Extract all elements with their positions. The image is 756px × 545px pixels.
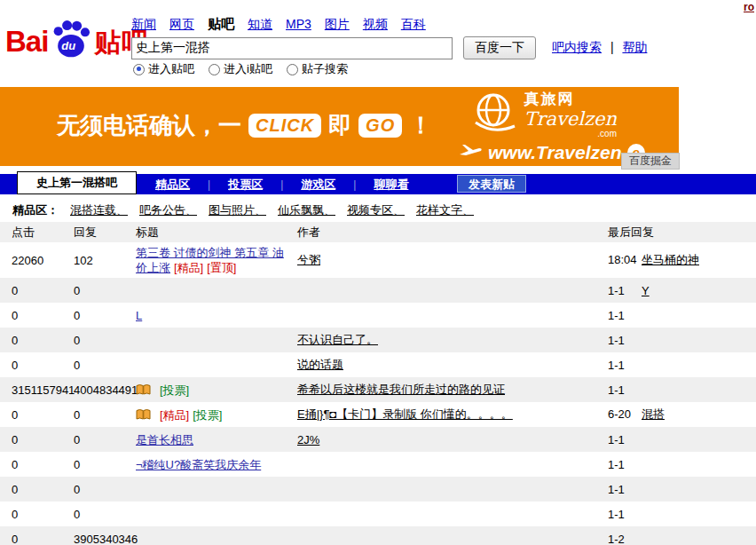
search-row: 百度一下 吧内搜索 | 帮助	[131, 36, 647, 59]
last-reply-time: 1-1	[608, 508, 642, 521]
thread-title-cell	[136, 536, 297, 541]
baidu-tieba-logo[interactable]: Bai du 贴吧	[5, 20, 149, 59]
links-separator: |	[610, 40, 614, 54]
subnav-label: 精品区：	[12, 202, 59, 218]
thread-title-cell	[136, 337, 297, 343]
radio-option[interactable]: 进入贴吧	[133, 61, 194, 77]
tab-separator: |	[353, 178, 356, 191]
clicks-count: 0	[12, 334, 74, 347]
ad-banner[interactable]: 无须电话确认，一 CLICK 即 GO ！ 真旅网 Travelzen .com…	[0, 87, 679, 166]
author-link[interactable]: 说的话题	[297, 358, 343, 371]
thread-tag: [置顶]	[207, 261, 236, 274]
last-reply-time: 18:04	[608, 253, 642, 266]
last-reply-cell: 1-1	[608, 458, 756, 471]
last-reply-time: 1-2	[608, 533, 642, 545]
thread-list: 点击回复标题作者最后回复 22060102第三卷 讨债的剑神 第五章 油价上涨[…	[0, 222, 756, 545]
tab-separator: |	[208, 178, 210, 191]
nav-item[interactable]: 视频	[363, 17, 388, 33]
bar-search-link[interactable]: 吧内搜索	[552, 40, 602, 54]
nav-item[interactable]: MP3	[286, 17, 311, 31]
column-header: 标题	[136, 225, 297, 241]
new-post-button[interactable]: 发表新贴	[457, 175, 526, 193]
thread-tag: [精品]	[160, 408, 189, 422]
subnav-link[interactable]: 花样文字、	[416, 202, 474, 218]
thread-row: 31511579414004834491[投票]希希以后这楼就是我们所走过的路的…	[0, 377, 756, 402]
subnav-link[interactable]: 仙乐飘飘、	[278, 202, 335, 218]
nav-item[interactable]: 百科	[401, 17, 426, 33]
click-pill: CLICK	[248, 114, 321, 138]
author-link[interactable]: 2J%	[297, 433, 319, 446]
nav-item[interactable]: 图片	[325, 17, 350, 33]
radio-button-icon[interactable]	[209, 64, 220, 75]
search-input[interactable]	[131, 37, 453, 59]
tab-link[interactable]: 聊聊看	[374, 177, 408, 193]
subnav-link[interactable]: 混搭连载、	[70, 202, 128, 218]
author-cell: 不认识自己了。	[297, 332, 608, 348]
last-reply-time: 1-1	[608, 458, 642, 471]
banner-url: www.Travelzen e	[460, 142, 645, 163]
top-right-link[interactable]: ro	[744, 1, 754, 13]
radio-label: 贴子搜索	[302, 61, 348, 77]
open-book-icon	[136, 408, 156, 422]
column-header: 点击	[12, 225, 74, 241]
author-link[interactable]: E捅|}¶◘【卡门】录制版 你们懂的。。。。	[297, 407, 513, 421]
baidu-gold-badge[interactable]: 百度掘金	[621, 153, 680, 170]
column-header: 回复	[74, 225, 136, 241]
search-mode-radios: 进入贴吧进入i贴吧贴子搜索	[133, 61, 348, 77]
author-link[interactable]: 希希以后这楼就是我们所走过的路的见证	[297, 383, 505, 396]
last-reply-cell: 1-1	[608, 483, 756, 496]
brand-domain-suffix: .com	[524, 129, 617, 138]
author-link[interactable]: 不认识自己了。	[297, 333, 378, 346]
nav-item[interactable]: 网页	[169, 17, 194, 33]
thread-title-link[interactable]: 是首长相思	[136, 433, 193, 446]
logo-bai-text: Bai	[5, 24, 48, 59]
subnav-link[interactable]: 图与照片、	[209, 202, 266, 218]
replies-count: 0	[74, 433, 136, 446]
last-reply-author-link[interactable]: 混搭	[642, 407, 665, 421]
open-book-icon	[136, 383, 156, 397]
baidu-search-button[interactable]: 百度一下	[463, 36, 536, 59]
last-reply-cell: 1-1	[608, 433, 756, 446]
last-reply-author-link[interactable]: Y	[642, 284, 650, 297]
brand-chinese-name: 真旅网	[524, 89, 617, 109]
replies-count: 0	[74, 483, 136, 496]
last-reply-cell: 1-2	[608, 533, 756, 545]
thread-title-link[interactable]: L	[136, 309, 142, 322]
author-link[interactable]: 兮粥	[297, 253, 320, 266]
banner-url-text: www.Travelzen	[488, 142, 622, 163]
tab-link[interactable]: 投票区	[228, 177, 263, 193]
replies-count: 4004834491	[74, 383, 136, 397]
clicks-count: 0	[12, 408, 74, 422]
last-reply-cell: 1-1	[608, 508, 756, 521]
thread-title-cell: 是首长相思	[136, 430, 297, 450]
tab-link[interactable]: 精品区	[155, 177, 190, 193]
thread-title-cell	[136, 362, 297, 367]
last-reply-cell: 1-1	[608, 309, 756, 322]
go-pill: GO	[358, 114, 402, 138]
subnav-link[interactable]: 吧务公告、	[139, 202, 197, 218]
forum-tabbar: 史上第一混搭吧 精品区|投票区|游戏区|聊聊看 发表新贴	[0, 174, 756, 194]
radio-label: 进入i贴吧	[224, 61, 272, 77]
last-reply-cell: 6-20混搭	[608, 407, 756, 423]
thread-list-header: 点击回复标题作者最后回复	[0, 222, 756, 242]
thread-title-link[interactable]: ¬稽纯U?酸斋笑我庆余年	[136, 458, 261, 471]
banner-text-exclaim: ！	[409, 110, 432, 141]
travelzen-logo: 真旅网 Travelzen .com	[470, 89, 617, 143]
nav-item[interactable]: 新闻	[131, 17, 156, 33]
thread-row: 00[精品][投票]E捅|}¶◘【卡门】录制版 你们懂的。。。。6-20混搭	[0, 402, 756, 427]
nav-item-current[interactable]: 贴吧	[208, 16, 234, 33]
thread-title-cell: [精品][投票]	[136, 405, 297, 425]
tab-current-forum[interactable]: 史上第一混搭吧	[17, 171, 137, 194]
tab-link[interactable]: 游戏区	[301, 177, 335, 193]
radio-button-icon[interactable]	[133, 64, 145, 75]
radio-option[interactable]: 贴子搜索	[287, 61, 348, 77]
radio-option[interactable]: 进入i贴吧	[209, 61, 272, 77]
last-reply-time: 1-1	[608, 359, 642, 372]
last-reply-author-link[interactable]: 坐马桶的神	[642, 253, 699, 266]
help-link[interactable]: 帮助	[622, 40, 647, 54]
thread-row: 00说的话题1-1	[0, 352, 756, 377]
radio-button-icon[interactable]	[287, 64, 298, 75]
nav-item[interactable]: 知道	[248, 17, 272, 33]
subnav-link[interactable]: 视频专区、	[347, 202, 405, 218]
clicks-count: 0	[12, 433, 74, 446]
